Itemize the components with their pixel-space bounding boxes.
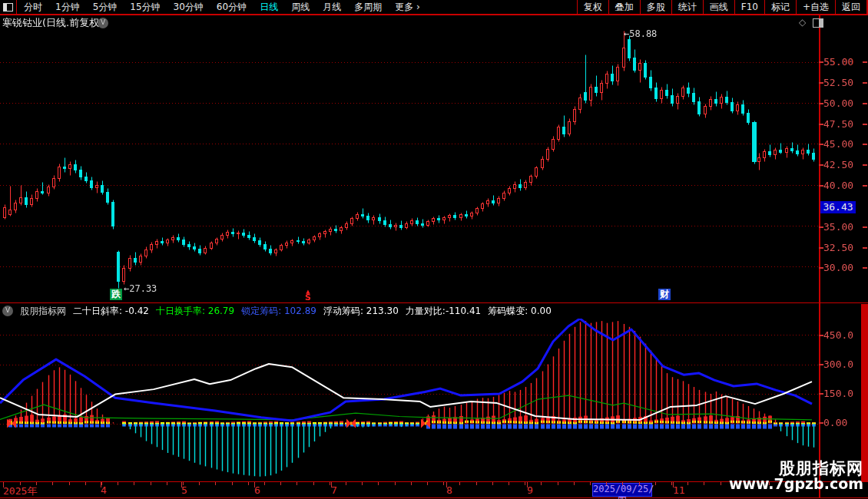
action-button-7[interactable]: +自选	[796, 0, 835, 14]
date-minor-tick	[36, 482, 37, 485]
stock-title: 寒锐钴业(日线.前复权)	[2, 16, 103, 30]
high-price-annotation: ←58.88	[624, 28, 657, 39]
date-minor-tick	[85, 482, 86, 485]
axis-tick	[819, 422, 823, 424]
date-label-6: 9	[527, 484, 533, 496]
date-label-0: 2025年	[3, 484, 37, 498]
low-price-annotation: ←27.33	[124, 283, 157, 294]
panel-divider[interactable]	[0, 302, 868, 303]
axis-tick	[819, 364, 823, 365]
action-button-8[interactable]: 返回	[835, 0, 866, 14]
date-minor-tick	[427, 482, 428, 485]
date-label-1: 4	[101, 484, 107, 496]
axis-label: 40.00	[823, 180, 860, 191]
axis-label: 50.00	[823, 97, 860, 109]
date-minor-tick	[687, 482, 688, 485]
period-tabs: 分时1分钟5分钟15分钟30分钟60分钟日线周线月线多周期更多 ›	[17, 1, 420, 14]
date-minor-tick	[525, 482, 525, 485]
indicator-header-item-3: 锁定筹码: 102.89	[241, 305, 316, 318]
date-minor-tick	[721, 482, 721, 485]
axis-label: 150.0	[823, 388, 860, 399]
date-label-5: 8	[446, 484, 452, 496]
period-tab-3[interactable]: 15分钟	[130, 1, 160, 14]
date-minor-tick	[476, 482, 477, 485]
axis-tick	[819, 144, 823, 145]
date-minor-tick	[118, 482, 118, 485]
axis-label: 45.00	[823, 138, 860, 150]
drop-marker: 跌	[110, 289, 122, 300]
period-tab-4[interactable]: 30分钟	[174, 1, 204, 14]
action-button-5[interactable]: F10	[734, 0, 764, 14]
indicator-header: ᐯ 股朋指标网二十日斜率: -0.42十日换手率: 26.79锁定筹码: 102…	[0, 304, 819, 318]
axis-tick	[819, 247, 823, 249]
period-tab-6[interactable]: 日线	[260, 1, 278, 14]
date-minor-tick	[622, 482, 623, 485]
action-button-4[interactable]: 画线	[703, 0, 734, 14]
action-button-6[interactable]: 标记	[764, 0, 796, 14]
last-price-box: 36.43	[820, 201, 856, 213]
period-tab-5[interactable]: 60分钟	[217, 1, 247, 14]
candlestick-chart[interactable]	[0, 15, 819, 303]
outer-tick	[863, 226, 867, 228]
date-minor-tick	[69, 482, 70, 485]
date-minor-tick	[199, 482, 200, 485]
bottom-border	[0, 497, 868, 498]
axis-tick	[819, 103, 823, 104]
action-button-3[interactable]: 统计	[671, 0, 703, 14]
outer-tick	[863, 103, 867, 104]
date-minor-tick	[541, 482, 542, 485]
axis-tick	[819, 61, 823, 63]
date-minor-tick	[264, 482, 265, 485]
indicator-chart[interactable]	[0, 319, 819, 481]
period-tab-2[interactable]: 5分钟	[93, 1, 118, 14]
action-button-0[interactable]: 复权	[577, 0, 608, 14]
trading-app-window: 分时1分钟5分钟15分钟30分钟60分钟日线周线月线多周期更多 › 复权叠加多股…	[0, 0, 868, 499]
date-label-4: 7	[331, 484, 337, 496]
watermark-site-name: 股朋指标网	[729, 460, 863, 477]
axis-tick	[819, 185, 823, 187]
date-minor-tick	[346, 482, 346, 485]
axis-tick	[819, 393, 823, 395]
indicator-header-item-4: 浮动筹码: 213.30	[323, 305, 399, 318]
axis-label: 0.00	[823, 417, 860, 428]
axis-label: 35.00	[823, 221, 860, 233]
date-label-3: 6	[254, 484, 260, 496]
date-major-tick	[181, 482, 182, 487]
outer-tick	[863, 185, 867, 187]
period-tab-8[interactable]: 月线	[323, 1, 341, 14]
period-tab-9[interactable]: 多周期	[354, 1, 382, 14]
action-button-2[interactable]: 多股	[640, 0, 671, 14]
axis-tick	[819, 267, 823, 269]
date-minor-tick	[134, 482, 134, 485]
axis-label: 30.00	[823, 262, 860, 273]
chevron-down-icon[interactable]: ᐯ	[2, 306, 13, 316]
date-minor-tick	[101, 482, 102, 485]
date-minor-tick	[606, 482, 607, 485]
date-minor-tick	[151, 482, 151, 485]
period-tab-10[interactable]: 更多 ›	[395, 1, 420, 14]
indicator-header-item-0: 股朋指标网	[20, 305, 66, 318]
date-minor-tick	[574, 482, 575, 485]
period-tab-1[interactable]: 1分钟	[55, 1, 80, 14]
watermark-url: www.7gpzb.com	[729, 477, 863, 492]
diamond-icon[interactable]: ◇	[799, 17, 806, 28]
date-minor-tick	[215, 482, 216, 485]
date-label-2: 5	[181, 484, 187, 496]
layout-toggle-button[interactable]	[0, 0, 17, 14]
action-button-1[interactable]: 叠加	[608, 0, 640, 14]
axis-divider	[819, 15, 820, 498]
date-minor-tick	[411, 482, 412, 485]
period-tab-7[interactable]: 周线	[291, 1, 310, 14]
date-minor-tick	[459, 482, 460, 485]
date-minor-tick	[492, 482, 493, 485]
date-minor-tick	[704, 482, 704, 485]
pane-toggle-icon[interactable]	[813, 18, 823, 28]
date-minor-tick	[280, 482, 281, 485]
axis-tick	[819, 226, 823, 228]
axis-label: 300.0	[823, 359, 860, 370]
outer-tick	[863, 82, 867, 84]
indicator-header-item-6: 筹码蝶变: 0.00	[488, 305, 552, 318]
watermark: 股朋指标网 www.7gpzb.com	[729, 460, 863, 492]
period-tab-0[interactable]: 分时	[24, 1, 42, 14]
chevron-down-icon[interactable]: ᐯ	[98, 18, 108, 28]
